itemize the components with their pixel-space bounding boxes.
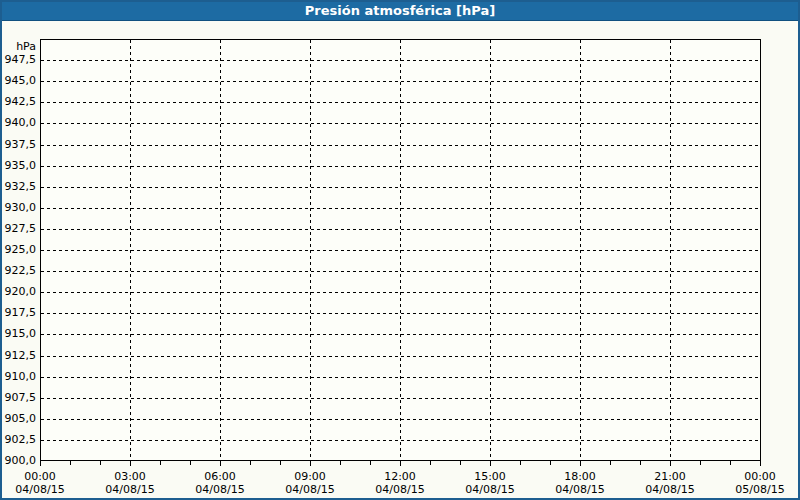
x-tick-time-label: 06:00: [185, 470, 255, 483]
x-tick-mark: [520, 461, 521, 465]
x-tick-mark: [610, 461, 611, 465]
y-tick-label: 935,0: [0, 159, 36, 172]
x-tick-mark: [370, 461, 371, 465]
y-tick-label: 940,0: [0, 116, 36, 129]
chart-window: Presión atmosférica [hPa] hPa 947,5945,0…: [0, 0, 800, 500]
y-tick-label: 925,0: [0, 243, 36, 256]
x-tick-date-label: 04/08/15: [635, 483, 705, 496]
x-tick-mark: [400, 461, 401, 466]
x-tick-mark: [460, 461, 461, 465]
v-gridline: [130, 40, 131, 460]
x-tick-mark: [310, 461, 311, 466]
y-tick-label: 907,5: [0, 391, 36, 404]
x-tick-date-label: 04/08/15: [275, 483, 345, 496]
chart-title: Presión atmosférica [hPa]: [305, 3, 495, 18]
v-gridline: [400, 40, 401, 460]
x-tick-mark: [250, 461, 251, 465]
x-tick-mark: [70, 461, 71, 465]
y-tick-label: 927,5: [0, 222, 36, 235]
x-tick-time-label: 03:00: [95, 470, 165, 483]
plot-area: [40, 39, 761, 461]
x-tick-mark: [160, 461, 161, 465]
y-tick-label: 905,0: [0, 412, 36, 425]
x-tick-mark: [670, 461, 671, 466]
x-tick-time-label: 00:00: [725, 470, 795, 483]
x-tick-mark: [580, 461, 581, 466]
x-tick-mark: [220, 461, 221, 466]
x-tick-time-label: 00:00: [5, 470, 75, 483]
x-tick-mark: [130, 461, 131, 466]
y-tick-label: 915,0: [0, 327, 36, 340]
x-tick-mark: [40, 461, 41, 466]
x-tick-time-label: 12:00: [365, 470, 435, 483]
x-tick-mark: [100, 461, 101, 465]
y-tick-label: 900,0: [0, 454, 36, 467]
x-tick-date-label: 04/08/15: [455, 483, 525, 496]
x-tick-mark: [730, 461, 731, 465]
y-tick-label: 902,5: [0, 433, 36, 446]
x-tick-mark: [550, 461, 551, 465]
x-tick-mark: [190, 461, 191, 465]
y-tick-label: 945,0: [0, 74, 36, 87]
y-tick-label: 930,0: [0, 201, 36, 214]
x-tick-mark: [280, 461, 281, 465]
v-gridline: [670, 40, 671, 460]
y-axis-unit-label: hPa: [0, 40, 36, 53]
y-tick-label: 920,0: [0, 285, 36, 298]
y-tick-label: 922,5: [0, 264, 36, 277]
x-tick-mark: [760, 461, 761, 466]
x-tick-time-label: 15:00: [455, 470, 525, 483]
x-tick-date-label: 04/08/15: [185, 483, 255, 496]
v-gridline: [310, 40, 311, 460]
x-tick-time-label: 18:00: [545, 470, 615, 483]
y-tick-label: 932,5: [0, 180, 36, 193]
y-tick-label: 912,5: [0, 349, 36, 362]
y-tick-label: 910,0: [0, 370, 36, 383]
y-tick-label: 917,5: [0, 306, 36, 319]
x-tick-mark: [700, 461, 701, 465]
x-tick-time-label: 09:00: [275, 470, 345, 483]
y-tick-label: 947,5: [0, 53, 36, 66]
y-tick-label: 942,5: [0, 95, 36, 108]
y-tick-label: 937,5: [0, 138, 36, 151]
x-tick-time-label: 21:00: [635, 470, 705, 483]
x-tick-mark: [490, 461, 491, 466]
chart-title-bar: Presión atmosférica [hPa]: [0, 0, 800, 21]
v-gridline: [580, 40, 581, 460]
x-tick-date-label: 04/08/15: [365, 483, 435, 496]
x-tick-mark: [340, 461, 341, 465]
x-tick-mark: [430, 461, 431, 465]
x-tick-date-label: 05/08/15: [725, 483, 795, 496]
x-tick-date-label: 04/08/15: [545, 483, 615, 496]
x-tick-mark: [640, 461, 641, 465]
x-tick-date-label: 04/08/15: [95, 483, 165, 496]
x-tick-date-label: 04/08/15: [5, 483, 75, 496]
v-gridline: [220, 40, 221, 460]
v-gridline: [490, 40, 491, 460]
